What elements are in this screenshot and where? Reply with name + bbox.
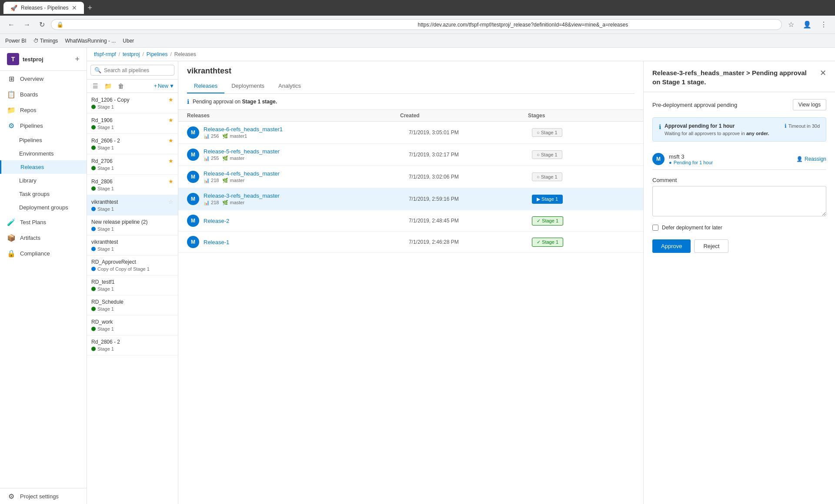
pipeline-item[interactable]: Rd_2806 - 2 Stage 1 (87, 335, 178, 355)
artifacts-icon: 📦 (7, 233, 16, 242)
info-box-title: Approval pending for 1 hour (665, 123, 769, 129)
address-bar[interactable]: 🔒 https://dev.azure.com/tfspf-rmpf/testp… (51, 19, 782, 30)
search-box[interactable]: 🔍 (90, 65, 174, 76)
sidebar-item-library[interactable]: Library (0, 174, 87, 187)
sidebar-item-artifacts[interactable]: 📦 Artifacts (0, 230, 87, 245)
view-logs-btn[interactable]: View logs (793, 99, 826, 110)
reject-btn[interactable]: Reject (694, 239, 728, 253)
sidebar-label-releases: Releases (20, 164, 44, 170)
tab-releases[interactable]: Releases (187, 79, 224, 93)
sidebar-item-testplans[interactable]: 🧪 Test Plans (0, 214, 87, 230)
avatar: M (187, 193, 199, 205)
release-name[interactable]: Release-5-refs_heads_master (204, 148, 409, 155)
sidebar-label-deploymentgroups: Deployment groups (19, 204, 68, 211)
browser-chrome: 🚀 Releases - Pipelines ✕ + (0, 0, 835, 16)
breadcrumb-pipelines[interactable]: Pipelines (147, 51, 168, 57)
comment-textarea[interactable] (652, 186, 826, 216)
search-input[interactable] (104, 67, 170, 73)
sidebar-item-deploymentgroups[interactable]: Deployment groups (0, 201, 87, 214)
bookmark-whatwasrunning[interactable]: WhatWasRunning - ... (65, 38, 116, 44)
release-name[interactable]: Release-3-refs_heads_master (204, 192, 409, 199)
tab-analytics[interactable]: Analytics (271, 79, 308, 93)
table-row[interactable]: M Release-5-refs_heads_master 📊 255 🌿 ma… (178, 144, 643, 166)
release-name[interactable]: Release-4-refs_heads_master (204, 170, 409, 177)
star-icon: ★ (168, 158, 174, 164)
release-name[interactable]: Release-1 (204, 239, 409, 245)
approve-btn[interactable]: Approve (652, 239, 691, 253)
sidebar-item-compliance[interactable]: 🔒 Compliance (0, 245, 87, 261)
sidebar-item-settings[interactable]: ⚙ Project settings (0, 488, 87, 504)
table-row[interactable]: M Release-6-refs_heads_master1 📊 256 🌿 m… (178, 122, 643, 144)
table-row-selected[interactable]: M Release-3-refs_heads_master 📊 218 🌿 ma… (178, 188, 643, 210)
approver-row: M msft 3 ● Pending for 1 hour 👤 Reassign (652, 149, 826, 170)
boards-icon: 📋 (7, 90, 16, 99)
tab-deployments[interactable]: Deployments (224, 79, 271, 93)
table-row[interactable]: M Release-2 7/1/2019, 2:48:45 PM ✓ Stage… (178, 210, 643, 232)
sidebar-item-boards[interactable]: 📋 Boards (0, 86, 87, 102)
pipeline-item-active[interactable]: vikranthtest ☆ Stage 1 (87, 195, 178, 216)
release-created: 7/1/2019, 2:48:45 PM (409, 218, 532, 224)
pipeline-item[interactable]: Rd_2606 - 2 ★ Stage 1 (87, 134, 178, 154)
pipeline-item[interactable]: RD_work Stage 1 (87, 315, 178, 335)
add-project-btn[interactable]: + (75, 55, 80, 64)
refresh-btn[interactable]: ↻ (37, 19, 47, 30)
sidebar-item-pipelines-sub[interactable]: Pipelines (0, 133, 87, 147)
release-stages: ✓ Stage 1 (532, 238, 635, 247)
bookmark-btn[interactable]: ☆ (785, 19, 797, 30)
pipeline-item[interactable]: Rd_1906 ★ Stage 1 (87, 113, 178, 134)
sidebar-header: T testproj + (0, 48, 87, 71)
pipeline-item[interactable]: Rd_1206 - Copy ★ Stage 1 (87, 93, 178, 113)
sidebar-item-repos[interactable]: 📁 Repos (0, 102, 87, 118)
sidebar-item-environments[interactable]: Environments (0, 147, 87, 160)
back-btn[interactable]: ← (5, 19, 17, 30)
panels: 🔍 ☰ 📁 🗑 + New ▼ (87, 61, 835, 504)
bookmark-powerbi[interactable]: Power BI (5, 38, 27, 44)
pipeline-item[interactable]: vikranthtest Stage 1 (87, 235, 178, 255)
sidebar-item-releases[interactable]: Releases (0, 160, 87, 174)
releases-table: Releases Created Stages M Release-6-refs… (178, 110, 643, 504)
new-tab-btn[interactable]: + (87, 3, 92, 13)
release-created: 7/1/2019, 2:59:16 PM (409, 196, 532, 202)
settings-icon: ⚙ (7, 492, 16, 501)
forward-btn[interactable]: → (21, 19, 33, 30)
sidebar-label-artifacts: Artifacts (20, 235, 40, 241)
release-created: 7/1/2019, 3:02:06 PM (409, 174, 532, 180)
tab-close-btn[interactable]: ✕ (72, 4, 77, 11)
sidebar-item-overview[interactable]: ⊞ Overview (0, 71, 87, 86)
bookmark-timings[interactable]: ⏱ Timings (33, 38, 58, 44)
pipeline-item[interactable]: New release pipeline (2) Stage 1 (87, 216, 178, 235)
browser-tab[interactable]: 🚀 Releases - Pipelines ✕ (3, 2, 84, 14)
sidebar: T testproj + ⊞ Overview 📋 Boards 📁 Repos… (0, 48, 87, 504)
stage-dot (91, 287, 96, 291)
folder-view-btn[interactable]: 📁 (102, 81, 114, 91)
sidebar-item-taskgroups[interactable]: Task groups (0, 187, 87, 201)
delete-btn[interactable]: 🗑 (116, 81, 126, 91)
release-name[interactable]: Release-2 (204, 218, 409, 224)
info-box-icon: ℹ (659, 123, 661, 130)
breadcrumb-org[interactable]: tfspf-rmpf (94, 51, 116, 57)
extensions-btn[interactable]: ⋮ (818, 19, 830, 30)
sidebar-item-pipelines[interactable]: ⚙ Pipelines (0, 118, 87, 133)
list-view-btn[interactable]: ☰ (90, 81, 100, 91)
new-pipeline-btn[interactable]: + New ▼ (154, 83, 174, 89)
profile-btn[interactable]: 👤 (800, 19, 814, 30)
close-panel-btn[interactable]: ✕ (820, 68, 826, 78)
pipeline-item[interactable]: Rd_2806 ★ Stage 1 (87, 175, 178, 195)
avatar: M (187, 171, 199, 183)
defer-checkbox[interactable] (652, 225, 658, 231)
pipeline-item[interactable]: Rd_2706 ★ Stage 1 (87, 154, 178, 175)
bookmark-uber[interactable]: Uber (123, 38, 134, 44)
table-row[interactable]: M Release-1 7/1/2019, 2:46:28 PM ✓ Stage… (178, 232, 643, 253)
right-panel: Release-3-refs_heads_master > Pending ap… (644, 61, 835, 504)
table-row[interactable]: M Release-4-refs_heads_master 📊 218 🌿 ma… (178, 166, 643, 188)
release-stages: ○ Stage 1 (532, 172, 635, 181)
new-label: New (158, 83, 168, 89)
breadcrumb-project[interactable]: testproj (123, 51, 140, 57)
reassign-btn[interactable]: 👤 Reassign (796, 156, 826, 162)
compliance-icon: 🔒 (7, 249, 16, 258)
pipeline-item[interactable]: RD_Schedule Stage 1 (87, 295, 178, 315)
defer-row: Defer deployment for later (652, 225, 826, 231)
pipeline-item[interactable]: RD_ApproveReject Copy of Copy of Stage 1 (87, 255, 178, 275)
pipeline-item[interactable]: RD_testf1 Stage 1 (87, 275, 178, 295)
release-name[interactable]: Release-6-refs_heads_master1 (204, 126, 409, 133)
